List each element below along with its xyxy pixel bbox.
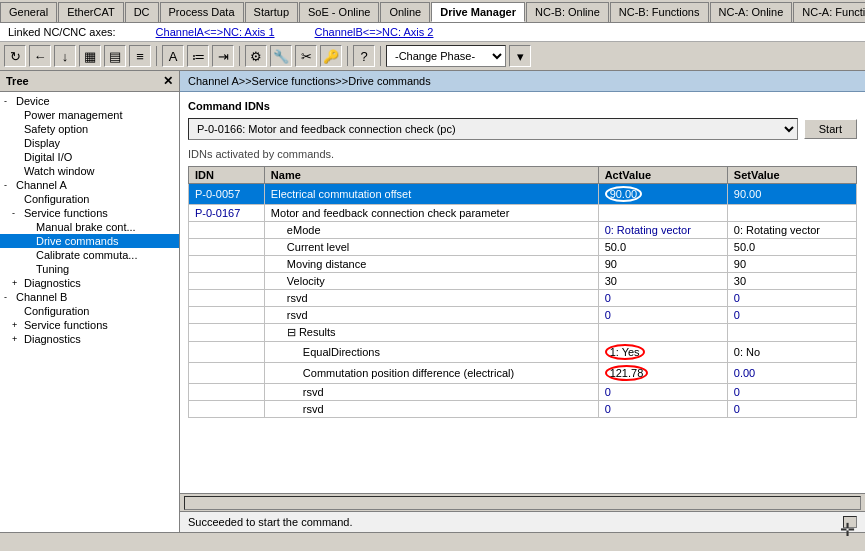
table-row[interactable]: rsvd00 — [189, 401, 857, 418]
table-row[interactable]: rsvd00 — [189, 290, 857, 307]
cell-idn-12 — [189, 401, 265, 418]
toolbar-list-btn[interactable]: ≔ — [187, 45, 209, 67]
cell-name-1: Motor and feedback connection check para… — [264, 205, 598, 222]
toolbar-tool1-btn[interactable]: ⚙ — [245, 45, 267, 67]
tree-item-service-funcs[interactable]: -Service functions — [0, 206, 179, 220]
tree-item-tuning[interactable]: Tuning — [0, 262, 179, 276]
axes-bar: Linked NC/CNC axes: ChannelA<=>NC: Axis … — [0, 23, 865, 42]
tab-nc-b-online[interactable]: NC-B: Online — [526, 2, 609, 22]
tab-nc-a-functions[interactable]: NC-A: Functions — [793, 2, 865, 22]
tree-item-label-power-mgmt: Power management — [24, 109, 122, 121]
tab-soe-online[interactable]: SoE - Online — [299, 2, 379, 22]
toolbar-down-btn[interactable]: ↓ — [54, 45, 76, 67]
channel-a-link[interactable]: ChannelA<=>NC: Axis 1 — [156, 26, 275, 38]
toolbar-filter-btn[interactable]: ≡ — [129, 45, 151, 67]
horizontal-scrollbar[interactable] — [180, 493, 865, 511]
tree-item-safety-option[interactable]: Safety option — [0, 122, 179, 136]
tab-drive-manager[interactable]: Drive Manager — [431, 2, 525, 22]
toolbar-dropdown-btn[interactable]: ▾ — [509, 45, 531, 67]
table-row[interactable]: rsvd00 — [189, 384, 857, 401]
col-actvalue: ActValue — [598, 167, 727, 184]
toolbar-table-btn[interactable]: ▦ — [79, 45, 101, 67]
table-row[interactable]: Commutation position difference (electri… — [189, 363, 857, 384]
toolbar-export-btn[interactable]: ⇥ — [212, 45, 234, 67]
table-container: IDN Name ActValue SetValue P-0-0057Elect… — [188, 166, 857, 418]
tree-item-calibrate-commuta[interactable]: Calibrate commuta... — [0, 248, 179, 262]
command-idns-label: Command IDNs — [188, 100, 857, 112]
expand-icon-device: - — [4, 96, 14, 106]
expand-icon-diagnostics-a: + — [12, 278, 22, 288]
status-bar: Succeeded to start the command. — [180, 511, 865, 532]
cell-setvalue-12: 0 — [727, 401, 856, 418]
tree-item-digital-io[interactable]: Digital I/O — [0, 150, 179, 164]
tree-item-config-a[interactable]: Configuration — [0, 192, 179, 206]
cell-idn-11 — [189, 384, 265, 401]
tree-item-diagnostics-a[interactable]: +Diagnostics — [0, 276, 179, 290]
status-message: Succeeded to start the command. — [188, 516, 843, 528]
table-row[interactable]: Velocity3030 — [189, 273, 857, 290]
tree-item-channel-a[interactable]: -Channel A — [0, 178, 179, 192]
tree-panel: Tree ✕ -DevicePower managementSafety opt… — [0, 71, 180, 532]
start-button[interactable]: Start — [804, 119, 857, 139]
table-row[interactable]: EqualDirections1: Yes0: No — [189, 342, 857, 363]
expand-icon-service-funcs-b: + — [12, 320, 22, 330]
tree-item-device[interactable]: -Device — [0, 94, 179, 108]
command-select[interactable]: P-0-0166: Motor and feedback connection … — [188, 118, 798, 140]
toolbar-back-btn[interactable]: ← — [29, 45, 51, 67]
table-row[interactable]: ⊟ Results — [189, 324, 857, 342]
cell-setvalue-3: 50.0 — [727, 239, 856, 256]
tree-item-config-b[interactable]: Configuration — [0, 304, 179, 318]
toolbar-tool4-btn[interactable]: 🔑 — [320, 45, 342, 67]
table-row[interactable]: P-0-0057Electrical commutation offset90.… — [189, 184, 857, 205]
cell-actvalue-4: 90 — [598, 256, 727, 273]
tree-item-diagnostics-b[interactable]: +Diagnostics — [0, 332, 179, 346]
toolbar-question-btn[interactable]: ? — [353, 45, 375, 67]
table-row[interactable]: Current level50.050.0 — [189, 239, 857, 256]
tree-item-display[interactable]: Display — [0, 136, 179, 150]
tab-dc[interactable]: DC — [125, 2, 159, 22]
channel-b-link[interactable]: ChannelB<=>NC: Axis 2 — [315, 26, 434, 38]
tree-close-btn[interactable]: ✕ — [163, 74, 173, 88]
toolbar-tool2-btn[interactable]: 🔧 — [270, 45, 292, 67]
tree-item-label-device: Device — [16, 95, 50, 107]
command-row: P-0-0166: Motor and feedback connection … — [188, 118, 857, 140]
table-row[interactable]: P-0-0167Motor and feedback connection ch… — [189, 205, 857, 222]
axes-label: Linked NC/CNC axes: — [8, 26, 116, 38]
table-row[interactable]: rsvd00 — [189, 307, 857, 324]
tab-ethercat[interactable]: EtherCAT — [58, 2, 123, 22]
cell-setvalue-5: 30 — [727, 273, 856, 290]
toolbar-a-btn[interactable]: A — [162, 45, 184, 67]
table-row[interactable]: Moving distance9090 — [189, 256, 857, 273]
data-table: IDN Name ActValue SetValue P-0-0057Elect… — [188, 166, 857, 418]
tab-process-data[interactable]: Process Data — [160, 2, 244, 22]
tree-header: Tree ✕ — [0, 71, 179, 92]
toolbar-cols-btn[interactable]: ▤ — [104, 45, 126, 67]
phase-select[interactable]: -Change Phase- — [386, 45, 506, 67]
tab-general[interactable]: General — [0, 2, 57, 22]
content-area: Command IDNs P-0-0166: Motor and feedbac… — [180, 92, 865, 493]
tree-item-channel-b[interactable]: -Channel B — [0, 290, 179, 304]
tree-item-watch-window[interactable]: Watch window — [0, 164, 179, 178]
cell-setvalue-9: 0: No — [727, 342, 856, 363]
table-row[interactable]: eMode0: Rotating vector0: Rotating vecto… — [189, 222, 857, 239]
tree-body: -DevicePower managementSafety optionDisp… — [0, 92, 179, 532]
cell-setvalue-6: 0 — [727, 290, 856, 307]
tree-item-label-tuning: Tuning — [36, 263, 69, 275]
tab-startup[interactable]: Startup — [245, 2, 298, 22]
tab-nc-a-online[interactable]: NC-A: Online — [710, 2, 793, 22]
cell-actvalue-11: 0 — [598, 384, 727, 401]
cell-actvalue-6: 0 — [598, 290, 727, 307]
tab-online[interactable]: Online — [380, 2, 430, 22]
toolbar-tool3-btn[interactable]: ✂ — [295, 45, 317, 67]
cell-actvalue-7: 0 — [598, 307, 727, 324]
toolbar-refresh-btn[interactable]: ↻ — [4, 45, 26, 67]
tab-nc-b-functions[interactable]: NC-B: Functions — [610, 2, 709, 22]
tree-item-drive-commands[interactable]: Drive commands — [0, 234, 179, 248]
tree-item-manual-brake[interactable]: Manual brake cont... — [0, 220, 179, 234]
cell-idn-0: P-0-0057 — [189, 184, 265, 205]
col-setvalue: SetValue — [727, 167, 856, 184]
col-idn: IDN — [189, 167, 265, 184]
tree-item-power-mgmt[interactable]: Power management — [0, 108, 179, 122]
cell-actvalue-0: 90.00 — [598, 184, 727, 205]
tree-item-service-funcs-b[interactable]: +Service functions — [0, 318, 179, 332]
